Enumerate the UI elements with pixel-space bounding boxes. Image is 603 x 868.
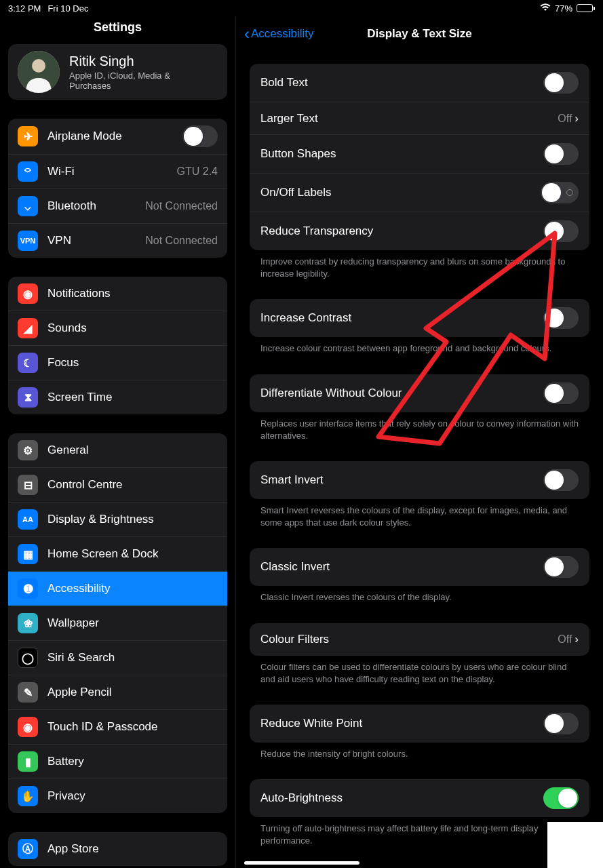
status-bar: 3:12 PM Fri 10 Dec 77% <box>0 0 603 16</box>
sidebar-item-label: VPN <box>47 234 145 248</box>
sidebar-item-bluetooth[interactable]: ⌵BluetoothNot Connected <box>8 189 227 224</box>
sidebar-item-label: Control Centre <box>47 478 218 492</box>
store-group: ⒶApp Store <box>8 832 227 866</box>
chevron-right-icon: › <box>575 633 579 646</box>
section-footer: Classic Invert reverses the colours of t… <box>250 586 589 604</box>
hourglass-icon: ⧗ <box>18 387 38 408</box>
back-button[interactable]: ‹ Accessibility <box>244 24 314 43</box>
sidebar-item-label: Privacy <box>47 789 218 803</box>
sidebar-item-notifications[interactable]: ◉Notifications <box>8 277 227 311</box>
setting-label: Smart Invert <box>260 473 543 487</box>
sidebar-item-label: Wallpaper <box>47 616 218 630</box>
pencil-icon: ✎ <box>18 682 38 703</box>
sidebar-item-value: GTU 2.4 <box>177 165 218 178</box>
grid-icon: ▦ <box>18 544 38 564</box>
setting-reduce-white-point[interactable]: Reduce White Point <box>250 705 589 743</box>
detail-title: Display & Text Size <box>367 27 472 41</box>
sidebar-item-siri-search[interactable]: ◯Siri & Search <box>8 641 227 675</box>
settings-section: Auto-Brightness <box>250 779 589 817</box>
section-footer: Increase colour contrast between app for… <box>250 337 589 355</box>
toggle[interactable] <box>543 556 579 578</box>
bt-icon: ⌵ <box>18 196 38 216</box>
sidebar-item-label: Siri & Search <box>47 651 218 665</box>
sidebar-item-label: Accessibility <box>47 582 218 595</box>
sidebar-item-control-centre[interactable]: ⊟Control Centre <box>8 468 227 502</box>
toggle[interactable] <box>543 220 579 242</box>
sidebar-item-accessibility[interactable]: ➊Accessibility <box>8 572 227 606</box>
settings-section: Classic Invert <box>250 548 589 586</box>
hand-icon: ✋ <box>18 786 38 806</box>
home-indicator[interactable] <box>244 861 359 865</box>
setting-bold-text[interactable]: Bold Text <box>250 64 589 102</box>
setting-differentiate-without-colour[interactable]: Differentiate Without Colour <box>250 374 589 412</box>
setting-reduce-transparency[interactable]: Reduce Transparency <box>250 212 589 250</box>
setting-label: Bold Text <box>260 76 543 90</box>
toggle[interactable] <box>543 307 579 329</box>
sidebar-item-label: Touch ID & Passcode <box>47 720 218 734</box>
sidebar-item-battery[interactable]: ▮Battery <box>8 745 227 779</box>
section-footer: Reduce the intensity of bright colours. <box>250 743 589 760</box>
sidebar-item-label: Wi-Fi <box>47 165 177 178</box>
chevron-right-icon: › <box>575 112 579 125</box>
gear-icon: ⚙︎ <box>18 440 38 460</box>
battery-percent: 77% <box>555 3 572 14</box>
siri-icon: ◯ <box>18 648 38 668</box>
toggle[interactable] <box>541 182 579 203</box>
setting-value: Off <box>558 633 572 646</box>
setting-auto-brightness[interactable]: Auto-Brightness <box>250 779 589 817</box>
moon-icon: ☾ <box>18 353 38 373</box>
sidebar-item-privacy[interactable]: ✋Privacy <box>8 779 227 813</box>
toggle[interactable] <box>543 143 579 165</box>
setting-smart-invert[interactable]: Smart Invert <box>250 461 589 499</box>
status-date: Fri 10 Dec <box>47 3 88 14</box>
sidebar-item-focus[interactable]: ☾Focus <box>8 346 227 380</box>
setting-on-off-labels[interactable]: On/Off Labels <box>250 174 589 212</box>
profile-group: Ritik Singh Apple ID, iCloud, Media & Pu… <box>8 44 227 100</box>
sidebar-item-label: Apple Pencil <box>47 686 218 699</box>
svg-point-1 <box>32 59 45 73</box>
setting-button-shapes[interactable]: Button Shapes <box>250 135 589 174</box>
toggle[interactable] <box>182 125 218 147</box>
aa-icon: AA <box>18 509 38 530</box>
section-footer: Colour filters can be used to differenti… <box>250 656 589 686</box>
sidebar-item-apple-pencil[interactable]: ✎Apple Pencil <box>8 675 227 710</box>
setting-label: Reduce White Point <box>260 717 543 730</box>
sidebar-item-value: Not Connected <box>145 235 218 247</box>
setting-classic-invert[interactable]: Classic Invert <box>250 548 589 586</box>
sidebar-item-general[interactable]: ⚙︎General <box>8 433 227 468</box>
settings-sidebar: Settings Ritik Singh Apple ID, iCloud, M… <box>0 16 236 868</box>
toggle[interactable] <box>543 382 579 404</box>
toggle[interactable] <box>543 72 579 94</box>
sidebar-item-sounds[interactable]: ◢Sounds <box>8 311 227 346</box>
toggle[interactable] <box>543 469 579 491</box>
sidebar-item-label: Focus <box>47 356 218 370</box>
sidebar-item-screen-time[interactable]: ⧗Screen Time <box>8 380 227 414</box>
sidebar-item-display-brightness[interactable]: AADisplay & Brightness <box>8 502 227 537</box>
sidebar-item-wi-fi[interactable]: ⌔Wi-FiGTU 2.4 <box>8 155 227 189</box>
profile-row[interactable]: Ritik Singh Apple ID, iCloud, Media & Pu… <box>8 44 227 100</box>
appstore-icon: Ⓐ <box>18 839 38 859</box>
sidebar-item-wallpaper[interactable]: ❀Wallpaper <box>8 606 227 641</box>
setting-larger-text[interactable]: Larger TextOff› <box>250 102 589 135</box>
connectivity-group: ✈︎Airplane Mode⌔Wi-FiGTU 2.4⌵BluetoothNo… <box>8 119 227 258</box>
setting-label: Classic Invert <box>260 560 543 574</box>
setting-label: Button Shapes <box>260 147 543 161</box>
setting-colour-filters[interactable]: Colour FiltersOff› <box>250 623 589 656</box>
notifications-group: ◉Notifications◢Sounds☾Focus⧗Screen Time <box>8 277 227 414</box>
sidebar-item-label: Bluetooth <box>47 199 145 213</box>
sidebar-item-airplane-mode[interactable]: ✈︎Airplane Mode <box>8 119 227 155</box>
section-footer: Smart Invert reverses the colours of the… <box>250 499 589 529</box>
setting-increase-contrast[interactable]: Increase Contrast <box>250 299 589 337</box>
sidebar-item-vpn[interactable]: VPNVPNNot Connected <box>8 224 227 258</box>
sidebar-item-app-store[interactable]: ⒶApp Store <box>8 832 227 866</box>
sidebar-item-touch-id-passcode[interactable]: ◉Touch ID & Passcode <box>8 710 227 745</box>
sidebar-item-home-screen-dock[interactable]: ▦Home Screen & Dock <box>8 537 227 572</box>
toggle[interactable] <box>543 787 579 809</box>
cc-icon: ⊟ <box>18 475 38 495</box>
toggle[interactable] <box>543 713 579 734</box>
avatar <box>18 51 60 93</box>
settings-section: Differentiate Without Colour <box>250 374 589 412</box>
setting-label: Larger Text <box>260 112 558 125</box>
battery-icon <box>577 4 595 12</box>
touch-icon: ◉ <box>18 717 38 737</box>
